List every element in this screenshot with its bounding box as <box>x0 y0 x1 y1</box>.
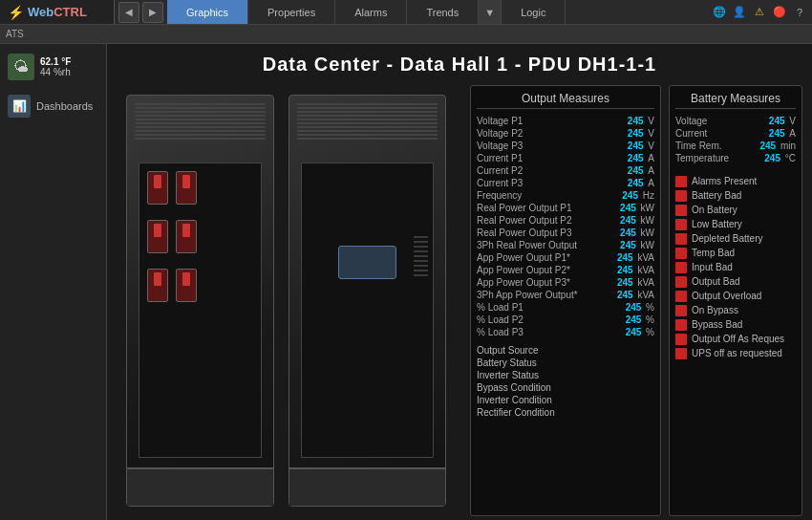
output-measure-row: Current P1 245 A <box>477 152 654 164</box>
status-label: Output Source <box>477 344 654 357</box>
vent-line <box>135 111 266 113</box>
vent-line <box>297 107 438 109</box>
measure-label: Real Power Output P2 <box>477 215 572 226</box>
output-status-section: Output SourceBattery StatusInverter Stat… <box>477 344 654 419</box>
battery-measure-row: Voltage 245 V <box>675 115 796 127</box>
ups-display-screen <box>338 246 395 279</box>
battery-value: 245 <box>764 153 780 163</box>
back-button[interactable]: ◀ <box>118 2 139 23</box>
status-label: Inverter Status <box>477 369 654 381</box>
alert-icon[interactable]: ⚠ <box>751 4 768 21</box>
measure-value-unit: 245 % <box>626 314 654 325</box>
alarm-indicator <box>675 176 687 187</box>
vent-line <box>135 103 266 105</box>
measure-label: Current P3 <box>477 178 523 188</box>
battery-label: Voltage <box>675 116 707 126</box>
vent-line <box>297 130 438 132</box>
measure-value-unit: 245 kVA <box>617 290 654 300</box>
alarm-indicator <box>675 205 687 216</box>
measure-value: 245 <box>628 153 644 163</box>
output-measure-row: Current P3 245 A <box>477 177 654 189</box>
tab-trends[interactable]: Trends <box>407 0 479 24</box>
alarm-label: UPS off as requested <box>692 348 782 358</box>
measure-unit: kW <box>641 240 654 250</box>
page-title: Data Center - Data Hall 1 - PDU DH1-1-1 <box>107 44 812 81</box>
cb-lever <box>182 224 190 237</box>
measure-value: 245 <box>620 203 636 213</box>
output-measure-row: Voltage P1 245 V <box>477 115 654 127</box>
measure-value: 245 <box>626 302 642 313</box>
battery-label: Time Rem. <box>675 141 722 151</box>
measure-value: 245 <box>620 215 636 226</box>
logo-text: WebCTRL <box>28 5 87 19</box>
output-panel-title: Output Measures <box>477 92 654 109</box>
forward-button[interactable]: ▶ <box>142 2 163 23</box>
cb-lever <box>182 175 190 188</box>
network-icon[interactable]: 🌐 <box>711 4 728 21</box>
measure-value: 245 <box>622 190 638 201</box>
ups-foot-right <box>289 467 445 506</box>
equipment-section: Output Measures Voltage P1 245 V Voltage… <box>107 81 812 520</box>
alarm-row: On Battery <box>675 203 796 217</box>
output-measure-row: Real Power Output P2 245 kW <box>477 214 654 227</box>
measure-value-unit: 245 kVA <box>617 277 654 288</box>
vent-line <box>297 103 438 105</box>
measure-unit: kVA <box>637 290 654 300</box>
alarm-indicator <box>675 348 687 359</box>
alarm-indicator <box>675 291 687 302</box>
battery-unit: A <box>789 128 796 139</box>
measure-label: App Power Ouput P1* <box>477 252 570 263</box>
battery-unit: °C <box>785 153 796 163</box>
alarm-row: Bypass Bad <box>675 317 796 332</box>
measure-value: 245 <box>617 277 633 288</box>
alarm-indicator <box>675 262 687 273</box>
battery-measure-row: Temperature 245 °C <box>675 152 796 164</box>
alarm-indicator <box>675 219 687 230</box>
graphics-area: Data Center - Data Hall 1 - PDU DH1-1-1 <box>107 44 812 520</box>
measure-unit: Hz <box>643 190 654 201</box>
ups-unit-left <box>126 95 274 507</box>
measure-unit: kVA <box>637 252 654 263</box>
output-measure-row: % Load P2 245 % <box>477 314 654 326</box>
battery-panel: Battery Measures Voltage 245 V Current 2… <box>669 85 802 516</box>
tab-properties[interactable]: Properties <box>248 0 335 24</box>
alarm-indicator <box>675 233 687 245</box>
output-measure-row: App Power Ouput P2* 245 kVA <box>477 264 654 276</box>
alarm-indicator <box>675 319 687 331</box>
measure-value-unit: 245 A <box>628 165 654 176</box>
alarm-label: Depleted Battery <box>692 233 763 244</box>
battery-panel-title: Battery Measures <box>675 92 796 109</box>
battery-rows: Voltage 245 V Current 245 A Time Rem. 24… <box>675 115 796 164</box>
alarm-label: Output Bad <box>692 276 740 287</box>
tab-alarms[interactable]: Alarms <box>335 0 407 24</box>
measure-label: 3Ph App Power Output* <box>477 290 578 300</box>
measure-unit: kW <box>641 203 654 213</box>
status-label: Battery Status <box>477 357 654 369</box>
breadcrumb: ATS <box>6 29 24 39</box>
tab-graphics[interactable]: Graphics <box>167 0 248 24</box>
output-measure-row: 3Ph Real Power Output 245 kW <box>477 239 654 251</box>
output-measure-row: % Load P3 245 % <box>477 326 654 338</box>
output-panel: Output Measures Voltage P1 245 V Voltage… <box>470 85 661 516</box>
vent-line <box>135 134 266 136</box>
vent-line <box>135 119 266 120</box>
measure-label: Current P2 <box>477 165 523 176</box>
alarm-label: On Battery <box>692 205 737 215</box>
breadcrumb-bar: ATS <box>0 25 812 44</box>
logo-icon: ⚡ <box>8 5 24 20</box>
output-measures-scroll[interactable]: Voltage P1 245 V Voltage P2 245 V Voltag… <box>477 115 654 419</box>
trends-dropdown[interactable]: ▼ <box>479 0 502 24</box>
measure-value: 245 <box>628 128 644 139</box>
error-icon[interactable]: 🔴 <box>771 4 788 21</box>
circuit-breaker <box>176 220 197 253</box>
sidebar-item-dashboards[interactable]: 📊 Dashboards <box>0 90 106 122</box>
battery-unit: min <box>780 141 796 151</box>
measure-unit: V <box>648 116 654 126</box>
circuit-breaker <box>176 269 197 302</box>
user-icon[interactable]: 👤 <box>731 4 748 21</box>
help-icon[interactable]: ? <box>791 4 808 21</box>
measure-value-unit: 245 kW <box>620 228 654 238</box>
logo-area: ⚡ WebCTRL <box>0 0 115 24</box>
alarm-label: Input Bad <box>692 262 733 272</box>
tab-logic[interactable]: Logic <box>502 0 566 24</box>
